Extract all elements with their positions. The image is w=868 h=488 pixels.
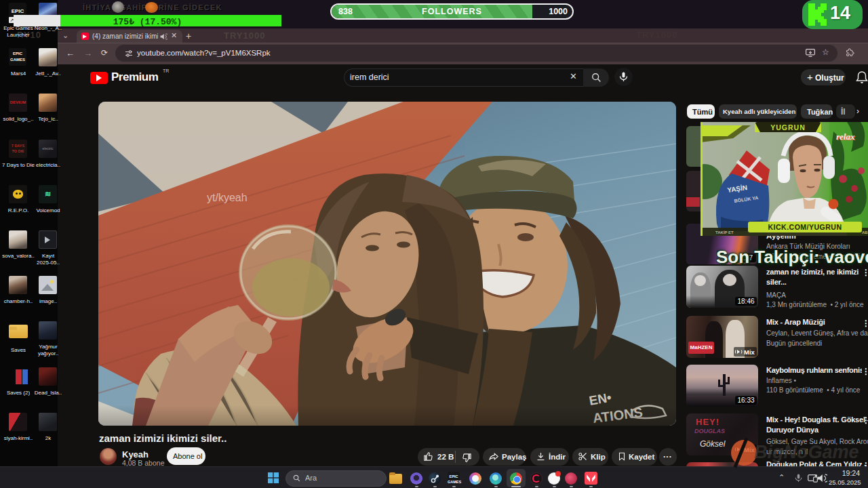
svg-text:KICK.COM/YUGRUN: KICK.COM/YUGRUN xyxy=(768,223,842,231)
svg-text:Mix: Mix xyxy=(744,348,755,356)
svg-text:yt/kyeah: yt/kyeah xyxy=(207,192,248,203)
svg-text:YUGRUN: YUGRUN xyxy=(770,123,806,131)
svg-text:AB: AB xyxy=(862,230,868,235)
svg-text:relax: relax xyxy=(836,131,855,142)
svg-text:TAKİP ET: TAKİP ET xyxy=(715,230,734,235)
